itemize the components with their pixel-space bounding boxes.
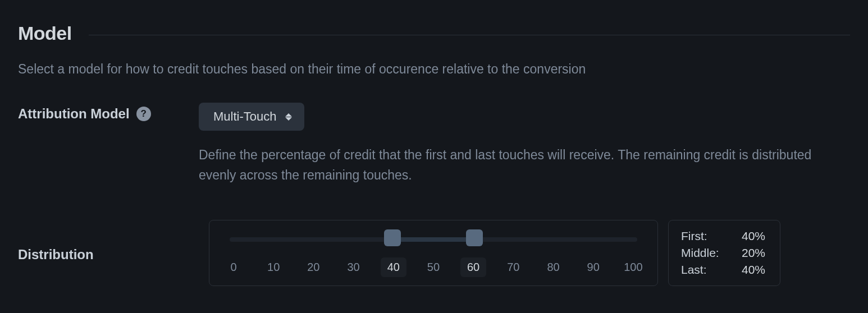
model-section: Model Select a model for how to credit t…	[0, 0, 868, 304]
slider-tick-60: 60	[460, 257, 486, 277]
select-caret-icon	[285, 113, 292, 121]
slider-tick-20: 20	[300, 257, 326, 277]
slider-tick-50: 50	[421, 257, 446, 277]
attribution-model-value: Multi-Touch	[213, 109, 276, 124]
slider-tick-40: 40	[381, 257, 406, 277]
summary-first-label: First:	[681, 229, 707, 243]
slider-tick-90: 90	[581, 257, 606, 277]
slider-handle-right[interactable]	[466, 229, 483, 246]
distribution-summary: First: 40% Middle: 20% Last: 40%	[668, 220, 780, 286]
summary-middle-value: 20%	[742, 246, 765, 260]
slider-handle-left[interactable]	[384, 229, 401, 246]
summary-last-label: Last:	[681, 263, 707, 277]
slider-tick-10: 10	[261, 257, 286, 277]
attribution-model-select[interactable]: Multi-Touch	[199, 103, 304, 131]
summary-first-value: 40%	[742, 229, 765, 243]
slider-ticks: 0102030405060708090100	[221, 257, 646, 277]
slider-tick-100: 100	[620, 257, 646, 277]
summary-last: Last: 40%	[681, 263, 765, 277]
distribution-label: Distribution	[18, 247, 94, 263]
summary-middle: Middle: 20%	[681, 246, 765, 260]
attribution-label: Attribution Model	[18, 106, 130, 122]
distribution-label-col: Distribution	[18, 220, 199, 286]
summary-middle-label: Middle:	[681, 246, 719, 260]
distribution-slider: 0102030405060708090100	[209, 220, 658, 286]
slider-tick-30: 30	[341, 257, 367, 277]
section-rule	[89, 35, 850, 35]
help-icon[interactable]: ?	[136, 107, 151, 121]
section-description: Select a model for how to credit touches…	[18, 60, 850, 78]
slider-track[interactable]	[230, 235, 637, 252]
distribution-row: Distribution 0102030405060708090100 Firs…	[18, 220, 850, 286]
slider-tick-70: 70	[500, 257, 526, 277]
section-header: Model	[18, 22, 850, 44]
slider-range-fill	[392, 237, 474, 242]
summary-last-value: 40%	[742, 263, 765, 277]
section-title: Model	[18, 22, 72, 44]
attribution-helper-text: Define the percentage of credit that the…	[199, 145, 850, 185]
summary-first: First: 40%	[681, 229, 765, 243]
slider-tick-80: 80	[541, 257, 567, 277]
slider-tick-0: 0	[221, 257, 246, 277]
attribution-row: Attribution Model ? Multi-Touch Define t…	[18, 103, 850, 185]
attribution-label-col: Attribution Model ?	[18, 103, 199, 122]
attribution-field-col: Multi-Touch Define the percentage of cre…	[199, 103, 850, 185]
